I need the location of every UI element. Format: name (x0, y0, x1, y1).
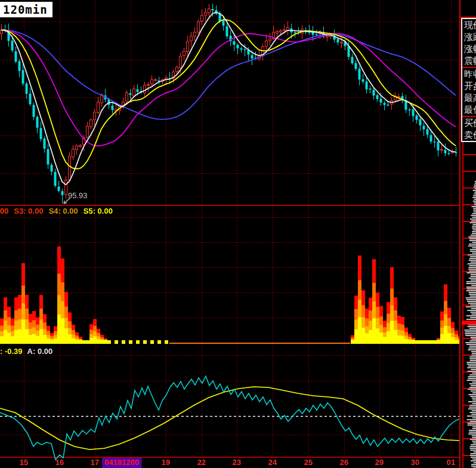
quote-row-涨跌: 涨跌 (462, 31, 476, 43)
price-and-indicator-chart-canvas[interactable] (0, 0, 459, 468)
date-axis: 15161704181200192223242526293001 (0, 458, 459, 468)
date-label: 16 (55, 458, 64, 467)
date-label: 30 (411, 458, 419, 467)
date-label: 23 (233, 458, 241, 467)
quote-panel: 现价涨跌涨幅震幅昨收开盘最高最低买价卖价 (461, 18, 476, 142)
quote-row-卖价: 卖价 (462, 129, 476, 141)
indicator-value-s4: S4: 0.00 (49, 207, 78, 215)
date-label-highlighted: 04181200 (102, 458, 141, 468)
low-price-annotation: 95.93 (68, 191, 88, 200)
oscillator-values: : -0.39A: 0.00 (0, 347, 57, 356)
indicator-value-fragment: 00 (0, 207, 8, 215)
date-label: 29 (375, 458, 384, 467)
trading-terminal-window: 120min 00S3: 0.00S4: 0.00S5: 0.00 95.93 … (0, 0, 476, 468)
quote-row-最高: 最高 (462, 92, 476, 104)
date-label: 25 (304, 458, 313, 467)
indicator-value-s5: S5: 0.00 (84, 207, 113, 215)
date-label: 01 (447, 458, 455, 467)
oscillator-value-a: A: 0.00 (27, 347, 53, 356)
timeframe-label: 120min (3, 3, 48, 16)
quote-row-昨收: 昨收 (462, 68, 476, 80)
quote-row-震幅: 震幅 (462, 55, 476, 67)
date-label: 17 (91, 458, 99, 467)
quote-row-最低: 最低 (462, 104, 476, 116)
date-label: 26 (340, 458, 348, 467)
indicator-value-s3: S3: 0.00 (14, 207, 43, 215)
quote-row-开盘: 开盘 (462, 80, 476, 92)
quote-row-买价: 买价 (462, 117, 476, 129)
date-label: 22 (197, 458, 206, 467)
date-label: 19 (162, 458, 170, 467)
flame-indicator-values: 00S3: 0.00S4: 0.00S5: 0.00 (0, 207, 118, 215)
quote-row-涨幅: 涨幅 (462, 43, 476, 55)
date-label: 24 (268, 458, 277, 467)
oscillator-value-b: : -0.39 (0, 347, 23, 356)
quote-row-现价: 现价 (462, 19, 476, 31)
date-label: 15 (20, 458, 28, 467)
timeframe-input-box[interactable]: 120min (0, 2, 52, 17)
